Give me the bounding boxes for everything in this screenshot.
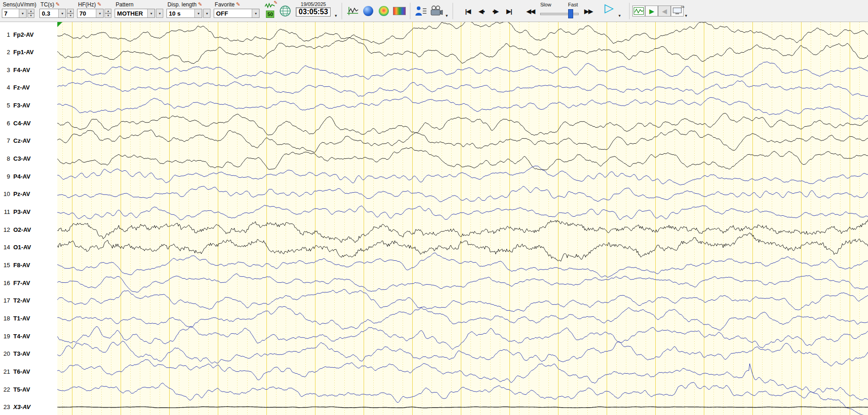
- channel-label[interactable]: F4-AV: [13, 67, 30, 73]
- channel-label[interactable]: T4-AV: [13, 333, 30, 340]
- separator: [342, 3, 342, 19]
- chevron-down-icon[interactable]: ▼: [19, 9, 26, 17]
- play-button[interactable]: ▷: [603, 2, 615, 14]
- chevron-down-icon[interactable]: ▼: [58, 9, 66, 17]
- montage-edit-button[interactable]: ✎: [264, 1, 276, 10]
- channel-number: 6: [0, 120, 10, 127]
- channel-label[interactable]: X3-AV: [13, 404, 30, 410]
- chevron-down-icon: ▼: [205, 12, 209, 15]
- step-forward-button[interactable]: •▶: [489, 5, 502, 17]
- disp-length-menu-button[interactable]: ▼: [203, 9, 210, 18]
- spin-up-icon[interactable]: ▲: [28, 9, 34, 13]
- clock-menu-arrow[interactable]: ▼: [334, 14, 337, 18]
- channel-label[interactable]: O2-AV: [13, 226, 31, 233]
- channel-label[interactable]: T6-AV: [13, 368, 30, 375]
- notch-filter-button[interactable]: 50: [266, 11, 274, 18]
- tc-edit-icon[interactable]: ✎: [55, 2, 60, 7]
- channel-number: 15: [0, 262, 10, 269]
- channel-label[interactable]: F8-AV: [13, 262, 30, 269]
- channel-row: 5 F3-AV: [0, 101, 57, 110]
- channel-row: 1 Fp2-AV: [0, 30, 57, 39]
- channel-label[interactable]: Fz-AV: [13, 84, 30, 91]
- spin-down-icon[interactable]: ▼: [28, 13, 34, 18]
- speed-slider[interactable]: Slow Fast: [539, 1, 580, 19]
- channel-number: 12: [0, 226, 10, 233]
- channel-label[interactable]: F7-AV: [13, 280, 30, 286]
- channel-number: 11: [0, 208, 10, 215]
- channel-label[interactable]: Fp1-AV: [13, 49, 34, 56]
- channel-label[interactable]: T3-AV: [13, 350, 30, 357]
- video-button[interactable]: [430, 4, 443, 18]
- rewind-button[interactable]: ◀◀: [524, 5, 537, 17]
- favorite-edit-icon[interactable]: ✎: [236, 2, 240, 7]
- channel-row: 19 T4-AV: [0, 332, 57, 340]
- fast-forward-button[interactable]: ▶▶: [582, 5, 595, 17]
- clip-tool-button[interactable]: ✂: [671, 6, 684, 17]
- channel-number: 1: [0, 31, 10, 38]
- channel-label[interactable]: T2-AV: [13, 297, 30, 304]
- spin-up-icon[interactable]: ▲: [105, 9, 111, 13]
- trend-view-button[interactable]: [346, 4, 359, 18]
- channel-row: 17 T2-AV: [0, 297, 57, 305]
- channel-label[interactable]: Fp2-AV: [13, 31, 34, 38]
- eeg-canvas[interactable]: [57, 22, 868, 415]
- step-back-button[interactable]: ◀•: [475, 5, 488, 17]
- spin-down-icon[interactable]: ▼: [105, 13, 111, 18]
- patient-info-button[interactable]: [414, 4, 428, 18]
- channel-label[interactable]: T1-AV: [13, 315, 30, 322]
- favorite-value: OFF: [214, 10, 252, 17]
- start-review-button[interactable]: ▶: [645, 6, 658, 17]
- electrode-map-button[interactable]: [278, 4, 292, 18]
- pattern-menu-button[interactable]: ▼: [156, 9, 163, 18]
- slider-thumb[interactable]: [568, 9, 573, 18]
- chevron-down-icon[interactable]: ▼: [96, 9, 103, 17]
- channel-number: 16: [0, 280, 10, 286]
- chevron-down-icon[interactable]: ▼: [252, 9, 259, 17]
- channel-label[interactable]: F3-AV: [13, 102, 30, 109]
- pattern-select[interactable]: MOTHER ▼: [115, 9, 155, 18]
- channel-label[interactable]: T5-AV: [13, 386, 30, 393]
- analysis-menu-arrow[interactable]: ▼: [445, 14, 448, 18]
- high-frequency-group: HF(Hz) ✎ 70 ▼ ▲ ▼: [77, 1, 111, 18]
- channel-row: 9 P4-AV: [0, 172, 57, 180]
- hf-select[interactable]: 70 ▼: [77, 9, 104, 18]
- hf-stepper[interactable]: ▲ ▼: [105, 9, 111, 18]
- channel-label[interactable]: P3-AV: [13, 208, 30, 215]
- review-waveform-button[interactable]: [632, 6, 645, 17]
- channel-label[interactable]: C4-AV: [13, 120, 31, 127]
- channel-number: 7: [0, 137, 10, 144]
- previous-page-button[interactable]: ◀: [658, 6, 671, 17]
- pattern-label: Pattern: [116, 1, 133, 8]
- disp-length-select[interactable]: 10 s ▼: [166, 9, 202, 18]
- channel-row: 7 Cz-AV: [0, 137, 57, 145]
- topo-map-button[interactable]: [361, 4, 375, 18]
- blue-head-map-icon: [363, 6, 373, 16]
- jump-to-start-button[interactable]: |◀: [461, 5, 474, 17]
- hf-edit-icon[interactable]: ✎: [97, 2, 101, 7]
- spin-up-icon[interactable]: ▲: [67, 9, 74, 13]
- sensitivity-select[interactable]: 7 ▼: [2, 9, 27, 18]
- favorite-label: Favorite: [215, 1, 234, 8]
- eeg-review-app: Sens(uV/mm) 7 ▼ ▲ ▼ TC(s) ✎ 0.3 ▼: [0, 0, 868, 415]
- play-menu-arrow[interactable]: ▼: [618, 14, 621, 18]
- channel-label[interactable]: Cz-AV: [13, 137, 30, 144]
- channel-row: 6 C4-AV: [0, 119, 57, 127]
- tc-select[interactable]: 0.3 ▼: [39, 9, 66, 18]
- sensitivity-stepper[interactable]: ▲ ▼: [28, 9, 34, 18]
- favorite-select[interactable]: OFF ▼: [214, 9, 260, 18]
- spectral-map-button[interactable]: [377, 4, 391, 18]
- channel-label[interactable]: P4-AV: [13, 173, 30, 180]
- dsa-analysis-button[interactable]: [393, 4, 406, 18]
- green-waveform-icon: [634, 7, 644, 15]
- spin-down-icon[interactable]: ▼: [67, 13, 74, 18]
- disp-length-edit-icon[interactable]: ✎: [198, 2, 202, 7]
- chevron-down-icon[interactable]: ▼: [194, 9, 202, 17]
- channel-label[interactable]: Pz-AV: [13, 191, 30, 197]
- jump-to-end-button[interactable]: ▶|: [503, 5, 515, 17]
- tools-menu-arrow[interactable]: ▼: [684, 14, 688, 18]
- channel-number: 10: [0, 191, 10, 197]
- tc-stepper[interactable]: ▲ ▼: [67, 9, 74, 18]
- chevron-down-icon[interactable]: ▼: [147, 9, 155, 17]
- channel-label[interactable]: C3-AV: [13, 155, 31, 162]
- channel-label[interactable]: O1-AV: [13, 244, 31, 251]
